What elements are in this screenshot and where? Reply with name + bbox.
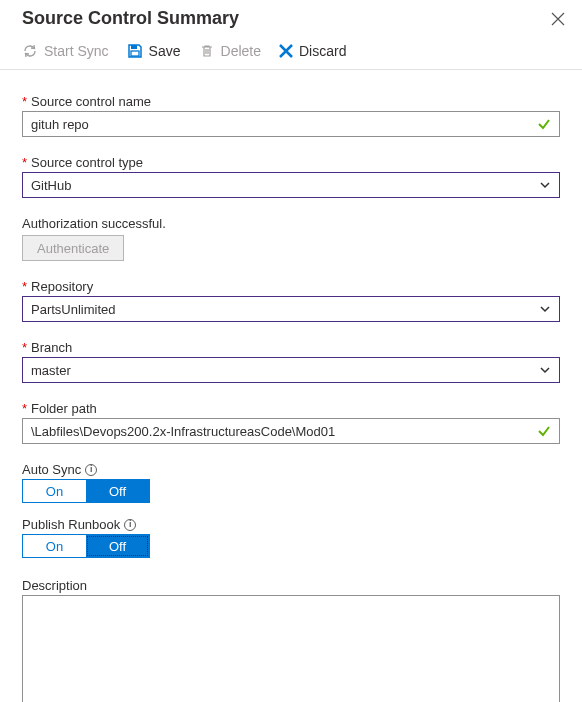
branch-value: master	[31, 363, 71, 378]
check-icon	[537, 424, 551, 438]
save-icon	[127, 43, 143, 59]
required-marker: *	[22, 155, 27, 170]
required-marker: *	[22, 279, 27, 294]
authenticate-button: Authenticate	[22, 235, 124, 261]
sync-icon	[22, 43, 38, 59]
source-control-type-label: Source control type	[31, 155, 143, 170]
delete-button: Delete	[199, 43, 261, 59]
close-icon	[551, 12, 565, 26]
branch-label: Branch	[31, 340, 72, 355]
delete-label: Delete	[221, 43, 261, 59]
publish-runbook-on[interactable]: On	[23, 535, 86, 557]
repository-select[interactable]: PartsUnlimited	[22, 296, 560, 322]
publish-runbook-off[interactable]: Off	[86, 535, 149, 557]
svg-rect-0	[131, 45, 137, 49]
trash-icon	[199, 43, 215, 59]
auto-sync-label: Auto Sync	[22, 462, 81, 477]
discard-icon	[279, 44, 293, 58]
source-control-name-label: Source control name	[31, 94, 151, 109]
required-marker: *	[22, 94, 27, 109]
source-control-type-value: GitHub	[31, 178, 71, 193]
start-sync-label: Start Sync	[44, 43, 109, 59]
discard-button[interactable]: Discard	[279, 43, 346, 59]
required-marker: *	[22, 340, 27, 355]
repository-value: PartsUnlimited	[31, 302, 116, 317]
folder-path-input[interactable]: \Labfiles\Devops200.2x-InfrastructureasC…	[22, 418, 560, 444]
info-icon[interactable]: i	[124, 519, 136, 531]
auto-sync-toggle[interactable]: On Off	[22, 479, 150, 503]
toolbar: Start Sync Save Delete Discard	[0, 35, 582, 70]
auto-sync-on[interactable]: On	[23, 480, 86, 502]
publish-runbook-label: Publish Runbook	[22, 517, 120, 532]
auth-status-text: Authorization successful.	[22, 216, 560, 231]
source-control-type-select[interactable]: GitHub	[22, 172, 560, 198]
folder-path-label: Folder path	[31, 401, 97, 416]
source-control-name-input[interactable]: gituh repo	[22, 111, 560, 137]
required-marker: *	[22, 401, 27, 416]
publish-runbook-toggle[interactable]: On Off	[22, 534, 150, 558]
description-label: Description	[22, 578, 87, 593]
close-button[interactable]	[548, 9, 568, 29]
description-textarea[interactable]	[22, 595, 560, 702]
auto-sync-off[interactable]: Off	[86, 480, 149, 502]
start-sync-button: Start Sync	[22, 43, 109, 59]
info-icon[interactable]: i	[85, 464, 97, 476]
svg-rect-1	[131, 51, 139, 56]
save-button[interactable]: Save	[127, 43, 181, 59]
page-title: Source Control Summary	[22, 8, 239, 29]
check-icon	[537, 117, 551, 131]
chevron-down-icon	[539, 179, 551, 191]
repository-label: Repository	[31, 279, 93, 294]
save-label: Save	[149, 43, 181, 59]
folder-path-value: \Labfiles\Devops200.2x-InfrastructureasC…	[31, 424, 335, 439]
discard-label: Discard	[299, 43, 346, 59]
branch-select[interactable]: master	[22, 357, 560, 383]
source-control-name-value: gituh repo	[31, 117, 89, 132]
chevron-down-icon	[539, 364, 551, 376]
chevron-down-icon	[539, 303, 551, 315]
